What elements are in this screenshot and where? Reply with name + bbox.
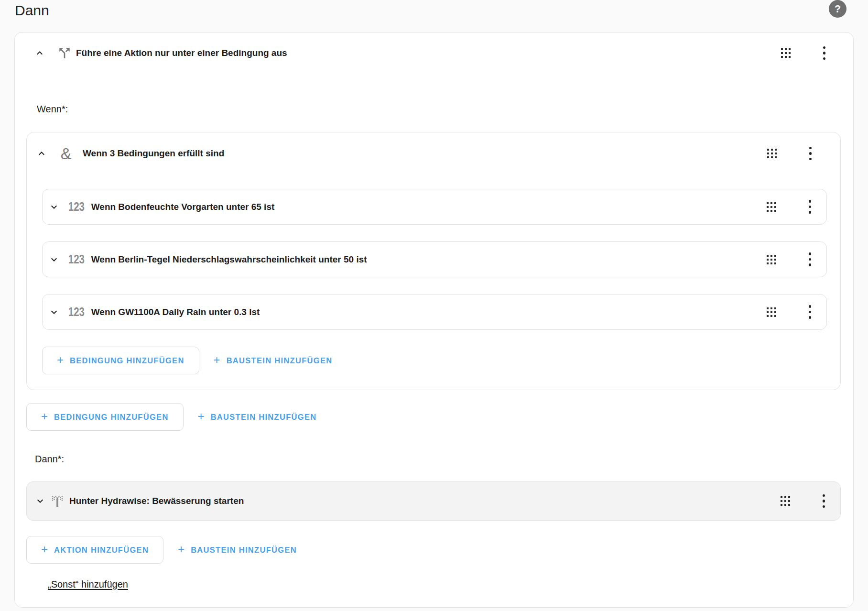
plus-icon: + [178,543,184,556]
drag-handle-icon[interactable] [767,307,776,317]
drag-handle-icon[interactable] [781,496,790,506]
condition-group-card: & Wenn 3 Bedingungen erfüllt sind 123 We… [26,132,841,390]
overflow-menu-icon[interactable] [808,251,813,267]
expand-chevron-down-icon[interactable] [48,306,60,318]
add-condition-button[interactable]: + BEDINGUNG HINZUFÜGEN [26,403,184,431]
condition-title: Wenn Berlin-Tegel Niederschlagswahrschei… [91,254,367,265]
call-split-icon [57,45,72,61]
if-then-block-title: Führe eine Aktion nur unter einer Beding… [76,48,287,58]
plus-icon: + [57,353,64,367]
action-row[interactable]: Hunter Hydrawise: Bewässerung starten [26,481,841,521]
numeric-state-icon: 123 [68,252,85,266]
collapse-chevron-up-icon[interactable] [34,47,45,59]
drag-handle-icon[interactable] [767,202,776,212]
plus-icon: + [41,410,48,423]
condition-title: Wenn Bodenfeuchte Vorgarten unter 65 ist [91,202,275,212]
add-building-block-button[interactable]: + BAUSTEIN HINZUFÜGEN [184,403,330,431]
add-else-link[interactable]: „Sonst“ hinzufügen [48,579,128,590]
condition-group-header: & Wenn 3 Bedingungen erfüllt sind [27,132,827,163]
condition-row[interactable]: 123 Wenn Bodenfeuchte Vorgarten unter 65… [42,189,827,225]
overflow-menu-icon[interactable] [808,199,813,215]
add-action-label: AKTION HINZUFÜGEN [54,546,149,555]
if-then-action-block: Führe eine Aktion nur unter einer Beding… [14,32,854,608]
add-condition-button[interactable]: + BEDINGUNG HINZUFÜGEN [42,347,199,374]
add-condition-label: BEDINGUNG HINZUFÜGEN [54,413,169,422]
collapse-chevron-up-icon[interactable] [36,148,47,159]
drag-handle-icon[interactable] [781,48,791,58]
add-building-block-button[interactable]: + BAUSTEIN HINZUFÜGEN [164,536,310,564]
then-section-label: Dann*: [35,452,841,466]
plus-icon: + [214,353,220,367]
add-building-block-button[interactable]: + BAUSTEIN HINZUFÜGEN [200,347,346,374]
expand-chevron-down-icon[interactable] [48,254,60,265]
numeric-state-icon: 123 [68,305,85,319]
add-building-block-label: BAUSTEIN HINZUFÜGEN [211,413,317,422]
if-then-block-header: Führe eine Aktion nur unter einer Beding… [26,33,841,63]
overflow-menu-icon[interactable] [808,146,813,162]
overflow-menu-icon[interactable] [822,493,826,509]
add-building-block-label: BAUSTEIN HINZUFÜGEN [191,546,297,555]
condition-title: Wenn GW1100A Daily Rain unter 0.3 ist [91,307,260,317]
plus-icon: + [41,543,48,556]
action-title: Hunter Hydrawise: Bewässerung starten [69,496,244,506]
drag-handle-icon[interactable] [767,255,776,264]
help-glyph: ? [835,3,841,15]
add-condition-label: BEDINGUNG HINZUFÜGEN [70,356,184,365]
condition-row[interactable]: 123 Wenn Berlin-Tegel Niederschlagswahrs… [42,241,827,277]
overflow-menu-icon[interactable] [808,304,813,320]
expand-chevron-down-icon[interactable] [48,201,60,213]
drag-handle-icon[interactable] [767,149,777,158]
and-condition-icon: & [58,146,74,161]
add-building-block-label: BAUSTEIN HINZUFÜGEN [227,356,333,365]
overflow-menu-icon[interactable] [822,45,827,61]
numeric-state-icon: 123 [68,200,85,214]
condition-row[interactable]: 123 Wenn GW1100A Daily Rain unter 0.3 is… [42,294,827,330]
help-icon[interactable]: ? [829,0,846,18]
sprinkler-icon [50,493,65,509]
expand-chevron-down-icon[interactable] [34,495,46,507]
add-action-button[interactable]: + AKTION HINZUFÜGEN [26,536,163,564]
plus-icon: + [198,410,205,423]
page-title: Dann [0,0,868,19]
condition-group-title: Wenn 3 Bedingungen erfüllt sind [83,148,224,159]
if-section-label: Wenn*: [37,102,841,116]
